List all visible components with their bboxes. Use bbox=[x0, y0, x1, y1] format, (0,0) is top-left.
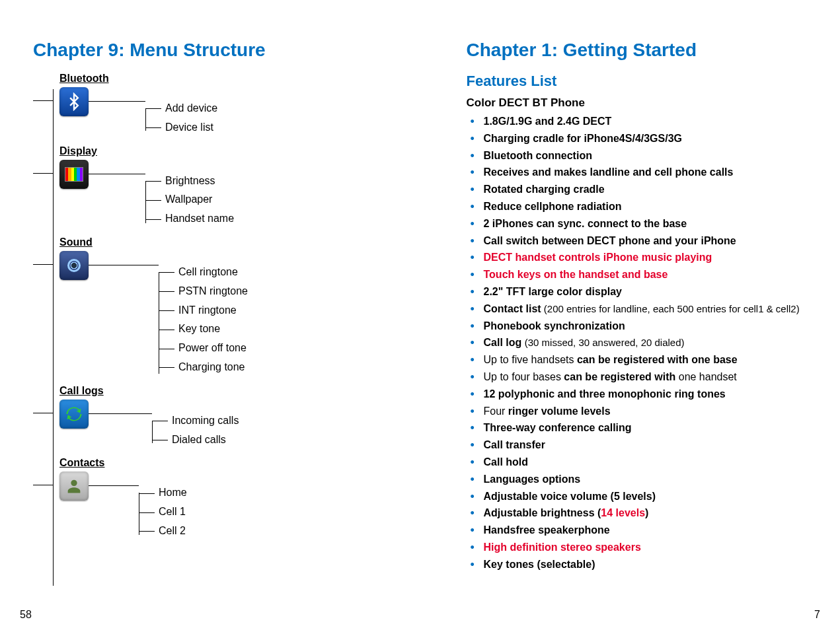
menu-item-handset-name: Handset name bbox=[145, 212, 394, 226]
product-name: Color DECT BT Phone bbox=[467, 96, 808, 110]
feature-item: Reduce cellphone radiation bbox=[480, 199, 808, 215]
menu-item-cell-1: Cell 1 bbox=[139, 505, 394, 519]
feature-item: Four ringer volume levels bbox=[480, 403, 808, 420]
chapter-9-title: Chapter 9: Menu Structure bbox=[33, 40, 394, 61]
menu-tree: Bluetooth Add device Device list Display bbox=[53, 73, 394, 538]
menu-item-device-list: Device list bbox=[145, 121, 394, 135]
bluetooth-icon bbox=[59, 87, 89, 116]
chapter-1-title: Chapter 1: Getting Started bbox=[467, 40, 808, 61]
menu-item-dialed-calls: Dialed calls bbox=[152, 433, 394, 447]
feature-item: Handsfree speakerphone bbox=[480, 522, 808, 539]
feature-item: Adjustable brightness (14 levels) bbox=[480, 505, 808, 522]
menu-item-charging-tone: Charging tone bbox=[159, 361, 394, 374]
branch-line bbox=[33, 173, 53, 174]
menu-label-display: Display bbox=[59, 145, 394, 157]
menu-group-calllogs: Call logs Incoming calls Dialed calls bbox=[53, 385, 394, 447]
feature-item: Languages options bbox=[480, 472, 808, 488]
contacts-icon bbox=[59, 472, 89, 501]
menu-item-add-device: Add device bbox=[145, 102, 394, 116]
branch-line bbox=[89, 485, 139, 486]
features-list-heading: Features List bbox=[467, 73, 808, 90]
menu-label-bluetooth: Bluetooth bbox=[59, 73, 394, 85]
menu-item-home: Home bbox=[139, 486, 394, 500]
left-page: Chapter 9: Menu Structure Bluetooth Add … bbox=[0, 0, 420, 630]
page-number-left: 58 bbox=[20, 609, 32, 621]
menu-item-int-ringtone: INT ringtone bbox=[159, 304, 394, 318]
branch-line bbox=[89, 101, 145, 102]
document-spread: Chapter 9: Menu Structure Bluetooth Add … bbox=[0, 0, 840, 630]
feature-item: DECT handset controls iPhone music playi… bbox=[480, 250, 808, 266]
menu-group-contacts: Contacts Home Cell 1 Cell 2 bbox=[53, 457, 394, 538]
branch-line bbox=[89, 265, 159, 265]
feature-item: Contact list (200 entries for landline, … bbox=[480, 301, 808, 318]
branch-line bbox=[89, 413, 152, 414]
menu-group-bluetooth: Bluetooth Add device Device list bbox=[53, 73, 394, 135]
feature-item: Key tones (selectable) bbox=[480, 557, 808, 573]
feature-item: 2 iPhones can sync. connect to the base bbox=[480, 216, 808, 232]
branch-line bbox=[33, 413, 53, 413]
feature-item: Call log (30 missed, 30 answered, 20 dia… bbox=[480, 335, 808, 351]
menu-label-contacts: Contacts bbox=[59, 457, 394, 469]
feature-item: Charging cradle for iPhone4S/4/3GS/3G bbox=[480, 131, 808, 147]
menu-item-wallpaper: Wallpaper bbox=[145, 193, 394, 207]
right-page: Chapter 1: Getting Started Features List… bbox=[420, 0, 841, 630]
feature-item: Touch keys on the handset and base bbox=[480, 267, 808, 283]
feature-item: Call switch between DECT phone and your … bbox=[480, 233, 808, 250]
feature-item: Rotated charging cradle bbox=[480, 182, 808, 198]
feature-item: Phonebook synchronization bbox=[480, 318, 808, 335]
menu-group-sound: Sound Cell ringtone PSTN ringtone INT ri… bbox=[53, 236, 394, 374]
sound-icon bbox=[59, 251, 89, 280]
feature-item: Adjustable voice volume (5 levels) bbox=[480, 489, 808, 505]
menu-label-calllogs: Call logs bbox=[59, 385, 394, 397]
feature-item: 1.8G/1.9G and 2.4G DECT bbox=[480, 114, 808, 130]
menu-item-pstn-ringtone: PSTN ringtone bbox=[159, 285, 394, 298]
feature-item: Call transfer bbox=[480, 437, 808, 454]
feature-item: Receives and makes landline and cell pho… bbox=[480, 164, 808, 181]
feature-item: Call hold bbox=[480, 454, 808, 471]
feature-item: 12 polyphonic and three monophonic ring … bbox=[480, 386, 808, 403]
branch-line bbox=[89, 174, 145, 174]
branch-line bbox=[33, 100, 53, 101]
branch-line bbox=[33, 485, 53, 485]
menu-item-brightness: Brightness bbox=[145, 174, 394, 188]
menu-group-display: Display Brightness Wallpaper Handset nam… bbox=[53, 145, 394, 226]
display-icon bbox=[59, 160, 89, 189]
feature-item: Up to four bases can be registered with … bbox=[480, 369, 808, 386]
feature-item: 2.2" TFT large color display bbox=[480, 284, 808, 300]
feature-item: Bluetooth connection bbox=[480, 148, 808, 164]
menu-item-power-off-tone: Power off tone bbox=[159, 341, 394, 355]
menu-item-key-tone: Key tone bbox=[159, 322, 394, 336]
menu-item-cell-2: Cell 2 bbox=[139, 524, 394, 538]
feature-item: Three-way conference calling bbox=[480, 420, 808, 437]
feature-item: High definition stereo speakers bbox=[480, 540, 808, 556]
menu-label-sound: Sound bbox=[59, 236, 394, 248]
page-number-right: 7 bbox=[814, 609, 820, 621]
branch-line bbox=[33, 264, 53, 265]
feature-item: Up to five handsets can be registered wi… bbox=[480, 352, 808, 368]
menu-item-cell-ringtone: Cell ringtone bbox=[159, 265, 394, 279]
call-logs-icon bbox=[59, 400, 89, 429]
menu-item-incoming-calls: Incoming calls bbox=[152, 414, 394, 428]
features-list: 1.8G/1.9G and 2.4G DECT Charging cradle … bbox=[467, 114, 808, 573]
